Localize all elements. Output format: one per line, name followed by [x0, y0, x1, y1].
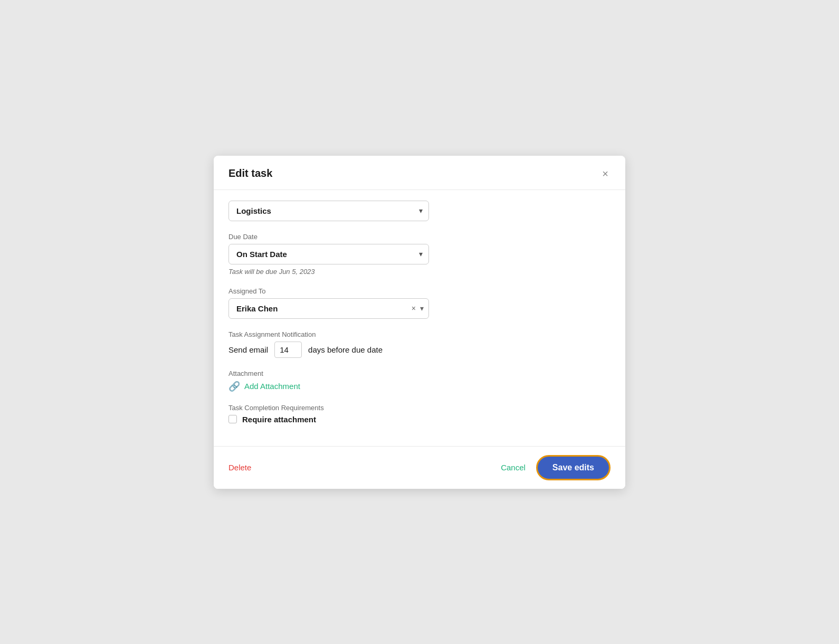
require-attachment-checkbox[interactable] — [228, 415, 237, 423]
due-date-select[interactable]: On Start DateOn End DateCustom Date — [228, 244, 429, 264]
cancel-button[interactable]: Cancel — [501, 463, 526, 472]
require-attachment-label: Require attachment — [242, 415, 316, 424]
completion-section: Task Completion Requirements Require att… — [228, 404, 611, 424]
add-attachment-label: Add Attachment — [244, 382, 300, 391]
days-after-label: days before due date — [308, 345, 383, 354]
category-section: LogisticsHRFinanceOperations ▾ — [228, 201, 611, 221]
assigned-to-label: Assigned To — [228, 287, 611, 295]
edit-task-modal: Edit task × LogisticsHRFinanceOperations… — [214, 156, 625, 489]
send-email-label: Send email — [228, 345, 268, 354]
assigned-to-select[interactable]: Erika Chen — [228, 298, 429, 319]
delete-button[interactable]: Delete — [228, 463, 251, 472]
notification-label: Task Assignment Notification — [228, 330, 611, 338]
save-edits-button[interactable]: Save edits — [536, 455, 611, 480]
due-date-section: Due Date On Start DateOn End DateCustom … — [228, 233, 611, 276]
modal-body: LogisticsHRFinanceOperations ▾ Due Date … — [214, 190, 625, 446]
assigned-to-section: Assigned To Erika Chen × ▾ — [228, 287, 611, 319]
notification-row: Send email days before due date — [228, 342, 611, 358]
due-date-label: Due Date — [228, 233, 611, 241]
attachment-section: Attachment 🔗 Add Attachment — [228, 370, 611, 392]
modal-title: Edit task — [228, 167, 272, 179]
close-icon: × — [602, 168, 608, 179]
due-date-hint: Task will be due Jun 5, 2023 — [228, 268, 611, 276]
paperclip-icon: 🔗 — [228, 381, 240, 392]
notification-section: Task Assignment Notification Send email … — [228, 330, 611, 358]
footer-right: Cancel Save edits — [501, 455, 611, 480]
category-select-wrapper: LogisticsHRFinanceOperations ▾ — [228, 201, 429, 221]
require-attachment-row: Require attachment — [228, 415, 611, 424]
assigned-to-select-wrapper: Erika Chen × ▾ — [228, 298, 429, 319]
due-date-select-wrapper: On Start DateOn End DateCustom Date ▾ — [228, 244, 429, 264]
modal-header: Edit task × — [214, 156, 625, 190]
attachment-label: Attachment — [228, 370, 611, 377]
add-attachment-button[interactable]: 🔗 Add Attachment — [228, 381, 300, 392]
category-select[interactable]: LogisticsHRFinanceOperations — [228, 201, 429, 221]
modal-footer: Delete Cancel Save edits — [214, 446, 625, 489]
completion-label: Task Completion Requirements — [228, 404, 611, 412]
days-input[interactable] — [274, 342, 302, 358]
close-button[interactable]: × — [600, 166, 611, 181]
